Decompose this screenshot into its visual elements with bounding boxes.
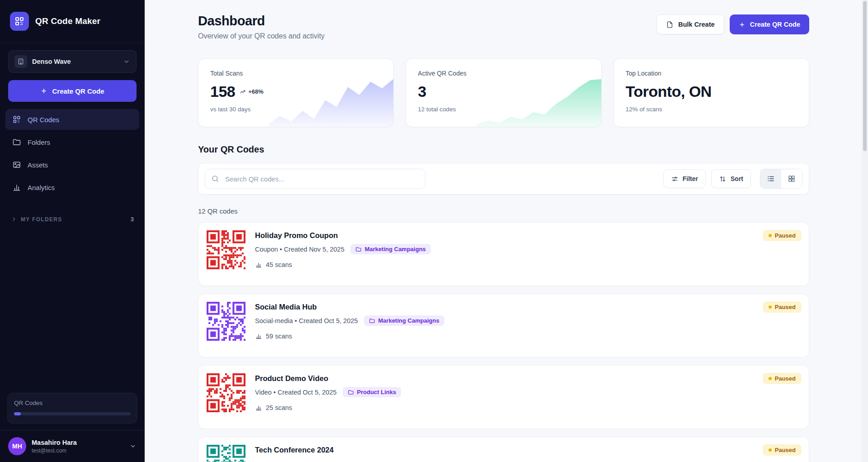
brand: QR Code Maker bbox=[0, 0, 145, 43]
trending-up-icon bbox=[240, 89, 246, 95]
bar-chart-icon bbox=[255, 404, 262, 411]
stats-row: Total Scans 158 +68% vs last 30 days Act… bbox=[198, 58, 809, 127]
sort-button[interactable]: Sort bbox=[711, 169, 751, 188]
status-dot-icon bbox=[769, 377, 772, 380]
qr-thumbnail bbox=[207, 302, 245, 341]
page-header: Dashboard Overview of your QR codes and … bbox=[198, 14, 809, 40]
folder-icon bbox=[348, 389, 354, 395]
qr-list-item[interactable]: Tech Conference 2024 Paused bbox=[198, 437, 809, 462]
stat-value: 158 bbox=[210, 83, 235, 100]
scrollbar-thumb[interactable] bbox=[863, 1, 867, 151]
app-logo-icon bbox=[10, 12, 29, 31]
building-icon bbox=[14, 55, 27, 68]
filter-button[interactable]: Filter bbox=[663, 169, 706, 188]
sidebar-item-qr-codes[interactable]: QR Codes bbox=[5, 109, 139, 130]
user-name: Masahiro Hara bbox=[32, 439, 77, 446]
qr-list-item[interactable]: Product Demo Video Video • Created Oct 5… bbox=[198, 365, 809, 429]
folder-tag[interactable]: Product Links bbox=[343, 387, 401, 397]
qr-title: Social Media Hub bbox=[255, 303, 444, 311]
qr-meta: Coupon • Created Nov 5, 2025 bbox=[255, 246, 344, 253]
qr-title: Tech Conference 2024 bbox=[255, 446, 334, 454]
stat-card-active-codes: Active QR Codes 3 12 total codes bbox=[406, 58, 601, 127]
qr-count: 12 QR codes bbox=[198, 207, 809, 215]
chevron-down-icon bbox=[129, 443, 137, 450]
stat-value: 3 bbox=[418, 83, 426, 100]
bar-chart-icon bbox=[12, 183, 21, 192]
sidebar-nav: QR Codes Folders Assets bbox=[5, 109, 139, 198]
bar-chart-icon bbox=[255, 261, 262, 268]
avatar: MH bbox=[8, 437, 26, 455]
status-badge: Paused bbox=[763, 301, 802, 313]
folder-icon bbox=[369, 318, 375, 324]
stat-delta: +68% bbox=[240, 88, 264, 95]
qr-list: Holiday Promo Coupon Coupon • Created No… bbox=[198, 222, 809, 462]
status-badge: Paused bbox=[763, 373, 802, 384]
page-title: Dashboard bbox=[198, 14, 325, 29]
chevron-down-icon bbox=[123, 58, 130, 65]
usage-card: QR Codes bbox=[7, 393, 137, 424]
sidebar-item-assets[interactable]: Assets bbox=[5, 154, 139, 175]
section-title: Your QR Codes bbox=[198, 144, 809, 155]
list-toolbar: Filter Sort bbox=[198, 163, 809, 195]
list-view-icon bbox=[767, 175, 775, 183]
grid-view-icon bbox=[788, 175, 796, 183]
qr-thumbnail bbox=[207, 230, 245, 269]
app-root: QR Code Maker Denso Wave Create QR Code bbox=[0, 0, 868, 462]
file-icon bbox=[666, 21, 674, 29]
bar-chart-icon bbox=[255, 333, 262, 340]
user-menu[interactable]: MH Masahiro Hara test@test.com bbox=[0, 430, 145, 462]
folders-count-badge: 3 bbox=[131, 216, 134, 223]
filter-sliders-icon bbox=[671, 175, 679, 183]
sidebar-item-folders[interactable]: Folders bbox=[5, 132, 139, 152]
plus-icon bbox=[739, 21, 745, 28]
folder-icon bbox=[12, 138, 21, 147]
search-input[interactable] bbox=[205, 169, 425, 189]
workspace-selector[interactable]: Denso Wave bbox=[8, 50, 137, 73]
stat-card-top-location: Top Location Toronto, ON 12% of scans bbox=[613, 58, 809, 127]
qr-list-item[interactable]: Holiday Promo Coupon Coupon • Created No… bbox=[198, 222, 809, 286]
folder-tag[interactable]: Marketing Campaigns bbox=[350, 244, 431, 254]
usage-progress-track bbox=[14, 412, 131, 415]
chevron-right-icon bbox=[11, 216, 17, 222]
user-email: test@test.com bbox=[32, 448, 77, 454]
qr-title: Product Demo Video bbox=[255, 374, 401, 383]
view-toggle bbox=[760, 169, 802, 189]
qr-list-item[interactable]: Social Media Hub Social-media • Created … bbox=[198, 294, 809, 357]
grid-view-button[interactable] bbox=[781, 169, 802, 188]
qr-meta: Video • Created Oct 5, 2025 bbox=[255, 389, 337, 396]
stat-value: Toronto, ON bbox=[626, 83, 712, 100]
create-qr-code-button[interactable]: Create QR Code bbox=[730, 14, 809, 34]
main-content: Dashboard Overview of your QR codes and … bbox=[145, 0, 868, 462]
qr-thumbnail bbox=[207, 373, 245, 412]
page-scrollbar bbox=[862, 0, 868, 462]
sidebar-item-analytics[interactable]: Analytics bbox=[5, 177, 139, 198]
status-dot-icon bbox=[769, 305, 772, 309]
page-subtitle: Overview of your QR codes and activity bbox=[198, 32, 325, 40]
list-view-button[interactable] bbox=[760, 169, 781, 188]
status-badge: Paused bbox=[763, 230, 802, 241]
workspace-name: Denso Wave bbox=[32, 58, 71, 65]
folder-icon bbox=[355, 246, 362, 252]
stat-card-total-scans: Total Scans 158 +68% vs last 30 days bbox=[198, 58, 394, 127]
usage-progress-fill bbox=[14, 412, 21, 415]
status-dot-icon bbox=[769, 234, 772, 237]
my-folders-toggle[interactable]: MY FOLDERS 3 bbox=[11, 216, 134, 223]
search-icon bbox=[211, 175, 219, 183]
bulk-create-button[interactable]: Bulk Create bbox=[656, 14, 724, 34]
folder-tag[interactable]: Marketing Campaigns bbox=[364, 315, 444, 326]
app-title: QR Code Maker bbox=[35, 16, 100, 26]
qr-meta: Social-media • Created Oct 5, 2025 bbox=[255, 317, 358, 324]
plus-icon bbox=[40, 87, 47, 95]
qr-icon bbox=[12, 115, 21, 124]
status-dot-icon bbox=[769, 448, 772, 452]
sidebar-create-qr-button[interactable]: Create QR Code bbox=[8, 80, 137, 102]
usage-label: QR Codes bbox=[14, 400, 131, 406]
status-badge: Paused bbox=[763, 444, 802, 456]
search-box bbox=[205, 169, 425, 189]
sidebar: QR Code Maker Denso Wave Create QR Code bbox=[0, 0, 145, 462]
qr-title: Holiday Promo Coupon bbox=[255, 231, 431, 240]
qr-thumbnail bbox=[207, 445, 245, 462]
sort-arrows-icon bbox=[719, 175, 726, 183]
image-icon bbox=[12, 160, 21, 169]
